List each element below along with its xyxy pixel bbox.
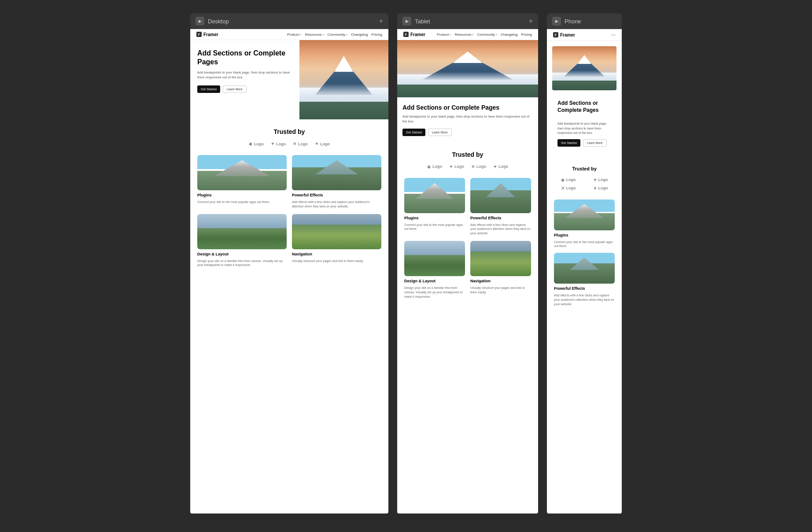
phone-trusted-section: Trusted by ◈ Logo ✦ Logo ✕ Logo ✦ Logo <box>547 157 622 200</box>
p-feature-plugins-img <box>554 200 615 230</box>
phone-learn-more-button[interactable]: Learn More <box>583 139 607 147</box>
t-logo-name-3: Logo <box>476 164 486 169</box>
p-logo-icon-2: ✦ <box>593 177 597 182</box>
desktop-hero-image <box>299 40 389 119</box>
feature-plugins: Plugins Connect your site to the most po… <box>197 155 287 209</box>
p-logo-icon-1: ◈ <box>561 177 565 182</box>
p-feature-plugins-desc: Connect your site to the most popular ap… <box>554 240 615 249</box>
phone-get-started-button[interactable]: Get Started <box>557 139 580 147</box>
phone-framer-icon: F <box>553 32 558 37</box>
tab-nav-community[interactable]: Community › <box>477 33 497 37</box>
tablet-logo: F Framer <box>403 32 425 37</box>
feature-effects-title: Powerful Effects <box>292 193 381 197</box>
brand-name: Framer <box>203 32 218 37</box>
tablet-device: Tablet + F Framer Product › Resources › … <box>397 13 538 514</box>
feature-plugins-title: Plugins <box>197 193 287 197</box>
t-logo-icon-3: ✕ <box>471 164 475 169</box>
t-feature-navigation: Navigation Visually structure your pages… <box>470 241 531 299</box>
tablet-learn-more-button[interactable]: Learn More <box>428 129 452 136</box>
t-logo-4: ✦ Logo <box>493 164 508 169</box>
nav-resources[interactable]: Resources › <box>305 33 324 37</box>
tablet-header-left: Tablet <box>402 17 430 26</box>
p-feature-plugins: Plugins Connect your site to the most po… <box>554 200 615 249</box>
feature-effects-image <box>292 155 381 190</box>
phone-hero-title: Add Sections or Complete Pages <box>552 95 616 119</box>
nav-changelog[interactable]: Changelog <box>351 33 368 37</box>
tablet-trusted-section: Trusted by ◈ Logo ✦ Logo ✕ Logo ✦ Logo <box>397 142 538 178</box>
tablet-title: Tablet <box>415 18 430 25</box>
mountain-clouds <box>299 84 389 103</box>
phone-header-left: Phone <box>552 17 581 26</box>
tablet-hero-desc: Add breakpoints to your blank page, then… <box>402 114 533 124</box>
desktop-header-left: Desktop <box>196 17 229 26</box>
logo-icon-3: ✕ <box>293 141 296 146</box>
feature-plugins-desc: Connect your site to the most popular ap… <box>197 200 287 204</box>
feature-navigation-title: Navigation <box>292 252 381 256</box>
feature-design-image <box>197 214 287 249</box>
tablet-nav-links: Product › Resources › Community › Change… <box>437 33 532 37</box>
desktop-frame: F Framer Product › Resources › Community… <box>190 29 388 514</box>
feature-plugins-image <box>197 155 287 190</box>
desktop-title: Desktop <box>208 18 229 25</box>
logo-name-3: Logo <box>298 142 308 146</box>
logo-name-4: Logo <box>320 142 330 146</box>
phone-logo-grid: ◈ Logo ✦ Logo ✕ Logo ✦ Logo <box>554 177 615 191</box>
phone-features-grid: Plugins Connect your site to the most po… <box>554 200 615 307</box>
tab-nav-product[interactable]: Product › <box>437 33 451 37</box>
tablet-mountain-scene <box>397 40 538 97</box>
feature-effects-desc: Add effects with a few clicks and captur… <box>292 200 381 209</box>
t-feature-plugins-img <box>404 178 465 213</box>
tab-nav-resources[interactable]: Resources › <box>454 33 473 37</box>
logo-item-3: ✕ Logo <box>293 141 308 146</box>
tablet-navbar: F Framer Product › Resources › Community… <box>397 29 538 40</box>
tablet-framer-icon: F <box>403 32 409 37</box>
p-feature-effects: Powerful Effects Add effects with a few … <box>554 253 615 306</box>
t-logo-icon-2: ✦ <box>449 164 453 169</box>
t-feature-effects-img <box>470 178 531 213</box>
tab-nav-changelog[interactable]: Changelog <box>501 33 518 37</box>
phone-trusted-heading: Trusted by <box>554 166 615 171</box>
nav-product[interactable]: Product › <box>287 33 301 37</box>
tab-nav-pricing[interactable]: Pricing <box>521 33 532 37</box>
phone-menu-icon[interactable]: ··· <box>611 32 616 38</box>
phone-hero-desc: Add breakpoints to your blank page, then… <box>552 122 616 136</box>
phone-play-icon[interactable] <box>552 17 561 26</box>
desktop-nav-links: Product › Resources › Community › Change… <box>287 33 382 37</box>
phone-hero: Add Sections or Complete Pages Add break… <box>547 41 622 157</box>
phone-device: Phone F Framer ··· Add Sections or <box>547 13 622 514</box>
t-feature-effects-desc: Add effects with a few clicks and captur… <box>470 223 531 236</box>
t-logo-2: ✦ Logo <box>449 164 464 169</box>
t-feature-nav-title: Navigation <box>470 279 531 283</box>
logo-item-4: ✦ Logo <box>315 141 330 146</box>
logo-name-1: Logo <box>254 142 264 146</box>
t-feature-design: Design & Layout Design your site on a fa… <box>404 241 465 299</box>
tablet-get-started-button[interactable]: Get Started <box>402 129 425 136</box>
feature-design: Design & Layout Design your site on a fa… <box>197 214 287 268</box>
logo-icon-1: ◈ <box>249 141 252 146</box>
feature-navigation-desc: Visually structure your pages and link t… <box>292 259 381 263</box>
p-logo-name-4: Logo <box>598 186 608 190</box>
desktop-add-icon[interactable]: + <box>379 17 383 25</box>
desktop-learn-more-button[interactable]: Learn More <box>223 85 247 93</box>
tablet-play-icon[interactable] <box>402 17 411 26</box>
t-feature-design-desc: Design your site on a familiar free-form… <box>404 286 465 299</box>
p-logo-icon-4: ✦ <box>593 186 597 191</box>
desktop-get-started-button[interactable]: Get Started <box>197 85 220 93</box>
desktop-features-grid: Plugins Connect your site to the most po… <box>197 155 381 267</box>
phone-brand: Framer <box>560 33 575 37</box>
nav-community[interactable]: Community › <box>328 33 347 37</box>
nav-pricing[interactable]: Pricing <box>372 33 382 37</box>
t-clouds <box>397 72 538 86</box>
desktop-device: Desktop + F Framer Product › Resources ›… <box>190 13 388 514</box>
p-logo-2: ✦ Logo <box>593 177 608 182</box>
p-logo-icon-3: ✕ <box>561 186 565 191</box>
desktop-hero-buttons: Get Started Learn More <box>197 85 292 93</box>
mountain-valley <box>299 102 389 119</box>
phone-hero-buttons: Get Started Learn More <box>552 139 616 152</box>
p-logo-name-3: Logo <box>566 186 576 190</box>
tablet-add-icon[interactable]: + <box>529 17 533 25</box>
desktop-play-icon[interactable] <box>196 17 204 26</box>
desktop-trusted-section: Trusted by ◈ Logo ✦ Logo ✕ Logo ✦ Logo <box>190 119 388 155</box>
t-logo-3: ✕ Logo <box>471 164 486 169</box>
t-feature-plugins-title: Plugins <box>404 216 465 220</box>
